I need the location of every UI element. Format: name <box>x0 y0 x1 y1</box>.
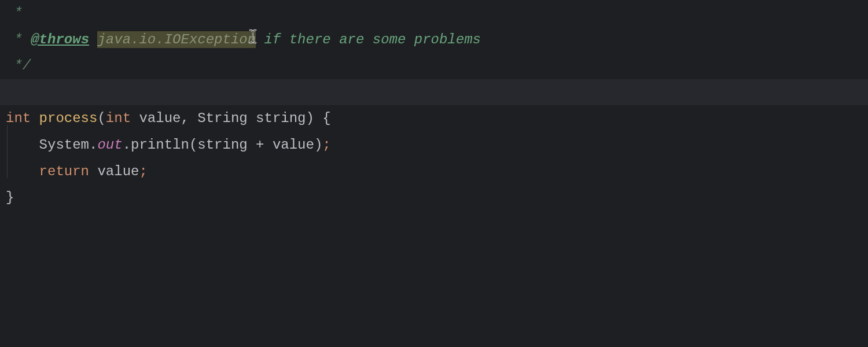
println-call: .println(string + value) <box>123 137 323 153</box>
exception-class-reference[interactable]: java.io.IOException <box>97 31 256 48</box>
system-class: System. <box>39 137 98 153</box>
comment-text: * <box>6 5 23 21</box>
out-field: out <box>97 137 122 153</box>
code-editor[interactable]: * * @throws java.io.IOException if there… <box>0 0 868 347</box>
javadoc-throws-tag[interactable]: @throws <box>31 32 89 47</box>
indent <box>6 164 39 179</box>
keyword-int: int <box>6 110 39 126</box>
closing-brace-line[interactable]: } <box>0 184 868 211</box>
javadoc-close-line[interactable]: */ <box>0 53 868 79</box>
javadoc-line-star[interactable]: * <box>0 0 868 27</box>
semicolon: ; <box>139 164 147 179</box>
semicolon: ; <box>322 137 330 153</box>
indent <box>6 137 39 153</box>
javadoc-description: if there are some problems <box>256 32 481 47</box>
empty <box>6 84 14 100</box>
method-declaration-line[interactable]: int process(int value, String string) { <box>0 105 868 132</box>
return-line[interactable]: return value; <box>0 158 868 185</box>
comment-close: */ <box>6 58 31 73</box>
blank-line[interactable] <box>0 79 868 106</box>
closing-brace: } <box>6 190 14 205</box>
method-name: process <box>39 110 98 126</box>
keyword-return: return <box>39 164 89 179</box>
comment-star: * <box>6 32 31 47</box>
keyword-int-param: int <box>106 110 131 126</box>
open-paren: ( <box>97 110 105 126</box>
return-value: value <box>89 164 139 179</box>
params-rest: value, String string) { <box>131 110 331 126</box>
javadoc-throws-line[interactable]: * @throws java.io.IOException if there a… <box>0 27 868 53</box>
println-line[interactable]: System.out.println(string + value); <box>0 132 868 158</box>
space <box>89 32 97 47</box>
